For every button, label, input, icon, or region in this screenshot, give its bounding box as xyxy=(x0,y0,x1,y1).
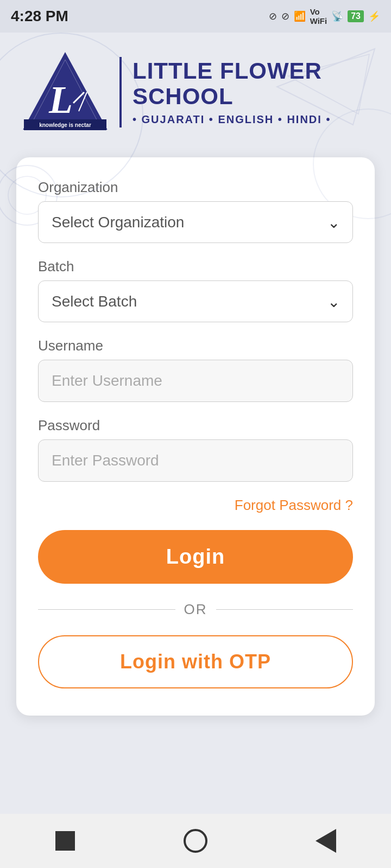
or-divider: OR xyxy=(38,601,353,618)
nav-back-button[interactable] xyxy=(312,827,339,854)
header-area: L knowledge is nectar LITTLE FLOWER SCHO… xyxy=(0,33,391,146)
batch-select[interactable]: Select Batch xyxy=(38,280,353,322)
svg-text:knowledge is nectar: knowledge is nectar xyxy=(39,122,91,128)
organization-label: Organization xyxy=(38,179,353,196)
organization-dropdown-wrapper[interactable]: Select Organization ⌄ xyxy=(38,201,353,243)
batch-label: Batch xyxy=(38,258,353,275)
circle-icon xyxy=(184,829,207,853)
organization-select[interactable]: Select Organization xyxy=(38,201,353,243)
charging-icon: ⚡ xyxy=(368,10,380,22)
organization-field-group: Organization Select Organization ⌄ xyxy=(38,179,353,243)
otp-login-button[interactable]: Login with OTP xyxy=(38,635,353,688)
login-form-card: Organization Select Organization ⌄ Batch… xyxy=(16,157,375,716)
username-input[interactable] xyxy=(38,360,353,402)
or-line-left xyxy=(38,609,175,610)
school-tagline: • GUJARATI • ENGLISH • HINDI • xyxy=(133,113,369,126)
forgot-password-link[interactable]: Forgot Password ? xyxy=(235,497,353,513)
vowifi-icon: VoWiFi xyxy=(310,7,327,25)
battery-indicator: 73 xyxy=(348,10,364,22)
bottom-nav-bar xyxy=(0,814,391,868)
school-name: LITTLE FLOWER SCHOOL xyxy=(133,59,369,108)
school-logo: L knowledge is nectar xyxy=(22,49,109,136)
square-icon xyxy=(55,831,75,851)
back-triangle-icon xyxy=(316,829,336,853)
status-time: 4:28 PM xyxy=(11,8,68,25)
nav-back-square-button[interactable] xyxy=(52,827,79,854)
or-line-right xyxy=(216,609,354,610)
status-bar: 4:28 PM ⊘ ⊘ 📶 VoWiFi 📡 73 ⚡ xyxy=(0,0,391,33)
school-name-area: LITTLE FLOWER SCHOOL • GUJARATI • ENGLIS… xyxy=(133,59,369,125)
batch-dropdown-wrapper[interactable]: Select Batch ⌄ xyxy=(38,280,353,322)
login-button[interactable]: Login xyxy=(38,530,353,584)
password-field-group: Password xyxy=(38,417,353,482)
notification-icon: ⊘ xyxy=(269,10,277,22)
password-input[interactable] xyxy=(38,439,353,482)
batch-field-group: Batch Select Batch ⌄ xyxy=(38,258,353,322)
signal-icon: 📶 xyxy=(294,10,306,22)
password-label: Password xyxy=(38,417,353,434)
dnd-icon: ⊘ xyxy=(281,10,289,22)
svg-text:L: L xyxy=(48,78,73,122)
forgot-password-area: Forgot Password ? xyxy=(38,497,353,514)
wifi-icon: 📡 xyxy=(331,10,343,22)
username-field-group: Username xyxy=(38,337,353,402)
header-divider xyxy=(119,57,122,127)
or-text: OR xyxy=(184,601,207,618)
nav-home-button[interactable] xyxy=(182,827,209,854)
username-label: Username xyxy=(38,337,353,354)
status-icons: ⊘ ⊘ 📶 VoWiFi 📡 73 ⚡ xyxy=(269,7,380,25)
